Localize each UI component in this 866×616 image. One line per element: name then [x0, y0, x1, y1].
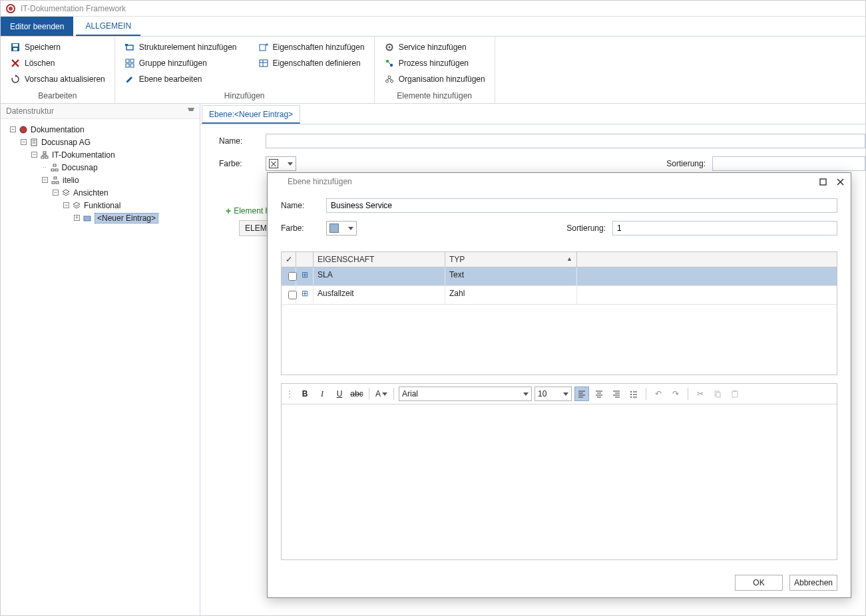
cancel-button[interactable]: Abbrechen [789, 575, 837, 591]
ok-button[interactable]: OK [735, 575, 783, 591]
editor-color-combo[interactable] [266, 156, 296, 171]
svg-rect-11 [130, 59, 134, 63]
tree-node-views[interactable]: − Ansichten [3, 186, 197, 199]
add-service-button[interactable]: Service hinzufügen [381, 41, 488, 54]
rich-text-editor: ⋮ B I U abc A Arial 10 ↶ ↷ [281, 383, 837, 560]
svg-point-23 [385, 80, 388, 82]
svg-rect-33 [43, 152, 46, 154]
tree-node-functional[interactable]: − Funktional [3, 199, 197, 212]
tab-general[interactable]: ALLGEMEIN [76, 17, 140, 36]
editor-name-input[interactable] [266, 134, 865, 148]
org-icon [384, 74, 395, 84]
table-row[interactable]: ⊞ SLA Text [282, 267, 837, 286]
tree-node-itdoc[interactable]: − IT-Dokumentation [3, 148, 197, 161]
dialog-titlebar[interactable]: Ebene hinzufügen [268, 173, 851, 190]
tree-toggle-icon[interactable]: − [42, 177, 48, 183]
svg-point-24 [390, 80, 393, 82]
delete-button[interactable]: Löschen [7, 57, 108, 70]
dialog-name-label: Name: [281, 201, 326, 210]
properties-define-icon [258, 58, 269, 69]
stack-icon [61, 188, 71, 198]
color-swatch-icon [329, 224, 339, 233]
tree-toggle-icon[interactable]: − [53, 190, 59, 196]
tree-toggle-icon[interactable]: − [21, 139, 27, 145]
tree-toggle-icon[interactable]: − [31, 152, 37, 158]
bullet-list-button[interactable] [626, 386, 641, 401]
ribbon: Speichern Löschen Vorschau aktualisieren… [1, 37, 865, 104]
add-process-button[interactable]: Prozess hinzufügen [381, 57, 488, 70]
editor-tab[interactable]: Ebene: <Neuer Eintrag> [202, 105, 300, 124]
property-icon: ⊞ [296, 267, 314, 285]
svg-line-25 [387, 78, 389, 80]
undo-button[interactable]: ↶ [651, 386, 666, 401]
chevron-down-icon [523, 392, 529, 396]
align-left-button[interactable] [574, 386, 589, 401]
font-family-combo[interactable]: Arial [399, 386, 532, 401]
svg-rect-13 [130, 64, 134, 67]
tree-node-docusnap[interactable]: ·· Docusnap [3, 161, 197, 174]
svg-rect-71 [734, 390, 736, 392]
svg-rect-42 [55, 169, 58, 171]
editor-sort-input[interactable] [712, 156, 865, 171]
refresh-preview-button[interactable]: Vorschau aktualisieren [7, 73, 108, 86]
redo-button[interactable]: ↷ [668, 386, 683, 401]
add-structure-button[interactable]: Strukturelement hinzufügen [122, 41, 240, 54]
rte-textarea[interactable] [282, 404, 837, 559]
italic-button[interactable]: I [315, 386, 329, 401]
paste-button[interactable] [728, 386, 742, 401]
add-properties-button[interactable]: Eigenschaften hinzufügen [256, 41, 367, 54]
building-icon [29, 138, 39, 147]
font-color-button[interactable]: A [374, 386, 389, 401]
tabs-row: Editor beenden ALLGEMEIN [1, 17, 865, 37]
dialog-buttons: OK Abbrechen [268, 568, 851, 597]
tree-node-root[interactable]: − Dokumentation [3, 123, 197, 136]
close-icon[interactable] [835, 177, 845, 186]
tree-node-company[interactable]: − Docusnap AG [3, 136, 197, 148]
process-icon [384, 58, 395, 69]
strike-button[interactable]: abc [349, 386, 364, 401]
header-checkbox[interactable]: ✓ [282, 252, 296, 267]
add-group-button[interactable]: Gruppe hinzufügen [122, 57, 240, 70]
chevron-down-icon [348, 227, 353, 230]
underline-button[interactable]: U [332, 386, 347, 401]
tree-toggle-icon[interactable]: − [10, 126, 16, 132]
add-org-button[interactable]: Organisation hinzufügen [381, 73, 488, 86]
maximize-icon[interactable] [817, 177, 828, 186]
dialog-name-input[interactable] [326, 198, 837, 213]
properties-add-icon [258, 42, 269, 53]
hierarchy-icon [40, 150, 49, 160]
group-icon [124, 58, 135, 69]
tree-toggle-icon[interactable]: − [63, 202, 69, 208]
pin-icon[interactable] [188, 108, 194, 114]
header-property[interactable]: EIGENSCHAFT [314, 252, 445, 267]
edit-layer-button[interactable]: Ebene bearbeiten [122, 73, 240, 86]
layer-icon [83, 214, 92, 223]
save-button[interactable]: Speichern [7, 41, 108, 54]
dialog-color-combo[interactable] [326, 221, 357, 235]
font-size-combo[interactable]: 10 [535, 386, 572, 401]
dialog-color-label: Farbe: [281, 224, 326, 233]
table-row[interactable]: ⊞ Ausfallzeit Zahl [282, 286, 837, 305]
svg-line-21 [388, 63, 390, 65]
no-color-icon [269, 159, 278, 168]
cut-button[interactable]: ✂ [693, 386, 708, 401]
header-icon-col [296, 252, 314, 267]
define-properties-button[interactable]: Eigenschaften definieren [256, 57, 367, 70]
copy-button[interactable] [710, 386, 725, 401]
structure-icon [124, 42, 135, 53]
tree-toggle-icon[interactable]: + [74, 215, 80, 221]
align-center-button[interactable] [592, 386, 606, 401]
header-type[interactable]: TYP▲ [445, 252, 577, 267]
tree-view[interactable]: − Dokumentation − Docusnap AG − IT-Dokum… [1, 119, 200, 615]
tab-editor-exit[interactable]: Editor beenden [1, 17, 73, 36]
svg-rect-41 [51, 169, 54, 171]
align-right-button[interactable] [609, 386, 624, 401]
bold-button[interactable]: B [298, 386, 312, 401]
tree-node-new-entry[interactable]: + <Neuer Eintrag> [3, 212, 197, 224]
svg-point-18 [388, 47, 390, 49]
app-window: IT-Dokumentation Framework Editor beende… [0, 0, 866, 616]
dialog-sort-input[interactable] [612, 221, 837, 235]
ribbon-group-edit-label: Bearbeiten [7, 90, 108, 102]
tree-node-itelio[interactable]: − itelio [3, 174, 197, 186]
titlebar: IT-Dokumentation Framework [1, 1, 865, 17]
